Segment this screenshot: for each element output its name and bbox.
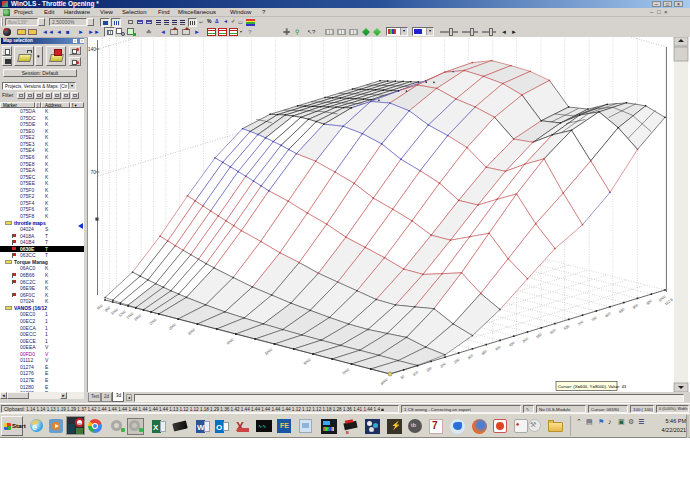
svg-text:140: 140 (88, 46, 96, 52)
svg-text:70: 70 (90, 169, 96, 175)
svg-text:Cursor: (X=600, Y=8000), Value: Cursor: (X=600, Y=8000), Value: 43 (558, 384, 627, 389)
